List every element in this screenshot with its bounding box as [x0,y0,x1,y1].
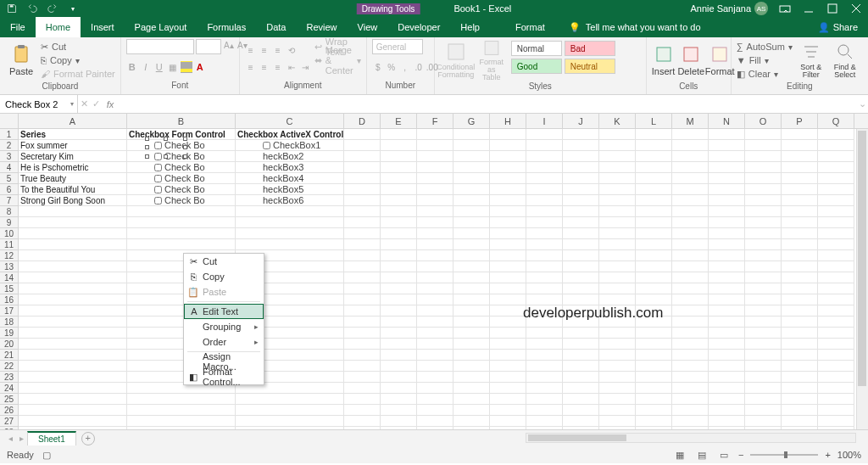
cell[interactable] [672,129,709,140]
cell[interactable] [490,394,526,405]
cell[interactable] [563,405,599,416]
cell[interactable] [709,405,745,416]
cell[interactable] [709,206,745,217]
cell[interactable] [818,361,854,372]
row-header[interactable]: 27 [0,416,19,427]
tab-home[interactable]: Home [36,17,81,37]
cell[interactable] [636,162,672,173]
expand-formula-bar[interactable]: ⌄ [856,98,868,109]
cell[interactable] [818,261,854,272]
cell[interactable] [344,129,381,140]
cell[interactable] [636,361,672,372]
cell[interactable] [599,350,636,361]
cell[interactable] [745,394,782,405]
form-checkbox[interactable]: Check Bo [154,195,205,206]
fill-color-button[interactable] [181,61,192,73]
cell[interactable] [19,339,127,350]
cell[interactable] [19,328,127,339]
cell[interactable] [417,283,453,294]
ribbon-options-icon[interactable] [778,2,792,15]
cell[interactable] [782,305,818,317]
cell[interactable] [344,317,381,328]
cell[interactable] [453,339,490,350]
cell[interactable] [526,350,563,361]
cell[interactable] [453,217,490,228]
cell[interactable]: He is Pschometric [19,162,127,173]
cell[interactable] [599,184,636,195]
cell[interactable] [636,151,672,162]
cell[interactable] [709,294,745,305]
cell[interactable] [599,140,636,151]
cell[interactable] [490,283,526,294]
cell[interactable] [344,416,381,427]
cell[interactable] [381,372,417,383]
copy-button[interactable]: ⎘Copy ▾ [41,54,115,66]
cell[interactable] [563,239,599,250]
cell[interactable] [709,239,745,250]
cell[interactable] [818,217,854,228]
cell[interactable] [19,350,127,361]
cell[interactable] [636,394,672,405]
cell[interactable] [19,317,127,328]
col-header[interactable]: F [417,114,453,128]
tab-format-contextual[interactable]: Format [505,17,555,37]
cell[interactable] [709,228,745,239]
col-header[interactable]: O [745,114,782,128]
cell[interactable] [818,328,854,339]
row-header[interactable]: 26 [0,405,19,416]
cell[interactable] [453,261,490,272]
cell[interactable] [526,361,563,372]
cut-button[interactable]: ✂Cut [41,41,115,53]
cell[interactable] [636,283,672,294]
cell[interactable] [636,261,672,272]
cell[interactable] [818,350,854,361]
cell[interactable] [344,261,381,272]
activex-checkbox[interactable]: heckBox5 [263,184,303,195]
cell[interactable] [709,361,745,372]
cell[interactable] [381,317,417,328]
form-checkbox[interactable]: Check Bo [154,162,205,173]
cell[interactable] [636,129,672,140]
cell[interactable] [526,383,563,394]
row-header[interactable]: 10 [0,228,19,239]
cell[interactable] [236,416,344,427]
cell[interactable] [381,272,417,283]
cell[interactable] [453,405,490,416]
cell[interactable] [782,361,818,372]
cell[interactable] [381,184,417,195]
cell[interactable] [490,195,526,206]
cell[interactable] [490,416,526,427]
cell[interactable] [636,173,672,184]
cell[interactable]: Check Bo [127,162,236,173]
cell[interactable] [344,372,381,383]
cell[interactable] [709,283,745,294]
row-header[interactable]: 16 [0,294,19,305]
cell[interactable] [526,250,563,261]
style-good[interactable]: Good [511,59,562,74]
cell[interactable] [490,261,526,272]
cell[interactable] [709,317,745,328]
cell[interactable] [417,272,453,283]
cell[interactable] [818,151,854,162]
sheet-nav-next[interactable]: ▸ [16,434,27,443]
cell[interactable] [782,272,818,283]
cell[interactable] [127,394,236,405]
cell[interactable] [782,162,818,173]
cell[interactable] [563,383,599,394]
cell[interactable] [344,294,381,305]
cell[interactable] [417,361,453,372]
cell[interactable] [745,283,782,294]
cell[interactable] [417,405,453,416]
ctx-format-control[interactable]: ◧Format Control... [184,369,264,384]
cell[interactable]: Series [19,129,127,140]
cell[interactable] [709,394,745,405]
cell[interactable] [672,239,709,250]
ctx-edit-text[interactable]: AEdit Text [184,304,264,319]
activex-checkbox[interactable]: CheckBox1 [263,140,320,151]
cell[interactable] [745,206,782,217]
tab-help[interactable]: Help [450,17,490,37]
cell[interactable] [636,140,672,151]
cell[interactable] [782,283,818,294]
align-right-button[interactable]: ≡ [272,61,284,73]
cell[interactable] [818,272,854,283]
